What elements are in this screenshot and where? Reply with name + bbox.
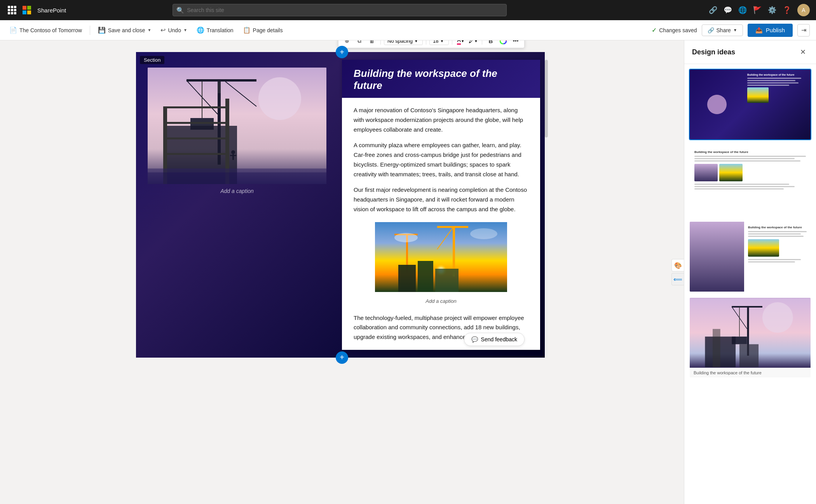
page-tab[interactable]: 📄 The Contoso of Tomorrow <box>6 24 85 36</box>
translation-icon: 🌐 <box>197 26 204 34</box>
text-line-d <box>694 160 800 162</box>
search-bar[interactable]: 🔍 <box>173 4 507 16</box>
save-close-chevron[interactable]: ▼ <box>148 28 152 32</box>
toolbar: 📄 The Contoso of Tomorrow 💾 Save and clo… <box>0 20 816 40</box>
share-btn[interactable]: 🔗 Share ▼ <box>702 24 743 36</box>
more-btn[interactable]: ••• <box>510 40 521 46</box>
undo-label: Undo <box>168 27 181 33</box>
svg-rect-15 <box>163 153 229 155</box>
move-btn[interactable]: ⊕ <box>342 40 352 46</box>
translation-label: Translation <box>207 27 234 33</box>
delete-btn[interactable]: 🗑 <box>366 40 377 46</box>
idea-mini-text-col: Building the workspace of the future <box>744 222 811 292</box>
idea-4-svg <box>690 298 811 368</box>
svg-rect-42 <box>739 344 758 367</box>
save-icon: 💾 <box>98 26 106 34</box>
feedback-icon: 💬 <box>471 336 478 342</box>
idea-card-2[interactable]: Building the workspace of the future <box>689 145 811 216</box>
save-close-btn[interactable]: 💾 Save and close ▼ <box>95 24 155 36</box>
highlight-chevron: ▼ <box>474 40 478 43</box>
text-editor-panel[interactable]: Building the workspace of the future A m… <box>342 60 540 350</box>
inline-image-caption[interactable]: Add a caption <box>354 297 528 305</box>
idea-mini-circle <box>707 95 727 114</box>
text-line <box>747 78 802 79</box>
feedback-icon[interactable]: 💬 <box>724 6 732 14</box>
undo-btn[interactable]: ↩ Undo ▼ <box>157 24 190 36</box>
svg-rect-3 <box>187 79 256 82</box>
text-color-icon: A <box>457 40 460 45</box>
svg-rect-37 <box>732 306 762 308</box>
idea-mini-img-sm-2 <box>719 164 743 181</box>
question-icon[interactable]: ❓ <box>783 6 791 14</box>
color-palette-btn[interactable] <box>498 40 509 46</box>
text-line-d <box>748 231 807 232</box>
idea-preview-3: Building the workspace of the future <box>690 222 811 292</box>
share-icon[interactable]: 🌐 <box>738 6 747 14</box>
fontsize-label: 18 <box>433 40 438 44</box>
search-input[interactable] <box>173 4 507 16</box>
add-section-bottom-btn[interactable]: + <box>336 351 348 364</box>
idea-card-4-label: Building the workspace of the future <box>690 368 811 377</box>
svg-point-32 <box>394 233 418 242</box>
toolbar-right: ✓ Changes saved 🔗 Share ▼ 📤 Publish ⇥ <box>652 24 810 37</box>
panel-header: Design ideas ✕ <box>684 40 816 64</box>
article-para-2: A community plaza where employees can ga… <box>354 141 528 179</box>
idea-mini-content-1: Building the workspace of the future <box>690 70 811 139</box>
copy-btn[interactable]: ⧉ <box>354 40 365 46</box>
idea-mini-bg <box>690 222 744 292</box>
close-panel-btn[interactable]: ✕ <box>797 47 808 57</box>
style-select[interactable]: No spacing ▼ <box>384 40 423 45</box>
idea-mini-img <box>747 87 769 103</box>
page-icon: 📄 <box>9 26 17 34</box>
article-body[interactable]: A major renovation of Contoso's Singapor… <box>342 98 540 350</box>
app-name: SharePoint <box>37 7 66 14</box>
top-nav: SharePoint 🔍 🔗 💬 🌐 🚩 ⚙️ ❓ A <box>0 0 816 20</box>
section-label: Section <box>140 56 164 64</box>
send-feedback-btn[interactable]: 💬 Send feedback <box>464 333 525 346</box>
idea-mini-img-row <box>694 164 806 181</box>
scrollbar-thumb[interactable] <box>545 60 548 137</box>
svg-point-16 <box>231 150 235 154</box>
style-label: No spacing <box>387 40 413 44</box>
idea-card-3[interactable]: Building the workspace of the future <box>689 221 811 292</box>
undo-icon: ↩ <box>160 26 166 34</box>
collapse-panel-btn[interactable]: ⇥ <box>797 24 810 36</box>
idea-mini-left-1 <box>690 70 744 139</box>
inline-image-svg <box>375 222 507 292</box>
idea-mini-title-2: Building the workspace of the future <box>694 150 806 154</box>
user-avatar[interactable]: A <box>797 4 810 16</box>
fontsize-select[interactable]: 18 ▼ <box>429 40 449 45</box>
edge-tab-2[interactable]: ⟸ <box>671 273 684 285</box>
highlight-btn[interactable]: 🖊 ▼ <box>468 40 479 46</box>
inline-image-wrap: Add a caption <box>354 222 528 306</box>
left-column: Add a caption <box>136 52 338 358</box>
save-close-label: Save and close <box>108 27 145 33</box>
left-image-caption[interactable]: Add a caption <box>220 188 254 194</box>
flag-icon[interactable]: 🚩 <box>753 6 762 14</box>
bold-btn[interactable]: B <box>485 40 496 46</box>
text-color-btn[interactable]: A ▼ <box>455 40 466 46</box>
translation-btn[interactable]: 🌐 Translation <box>194 24 237 36</box>
undo-chevron[interactable]: ▼ <box>183 28 187 32</box>
page-details-btn[interactable]: 📋 Page details <box>240 24 286 36</box>
publish-btn[interactable]: 📤 Publish <box>748 24 793 37</box>
idea-card-4[interactable]: Building the workspace of the future <box>689 297 811 378</box>
waffle-icon[interactable] <box>6 4 18 16</box>
idea-card-1[interactable]: Building the workspace of the future <box>689 69 811 140</box>
publish-label: Publish <box>766 27 785 33</box>
design-ideas-panel: Design ideas ✕ Building the workspace of… <box>684 40 816 504</box>
idea-mini-content-2: Building the workspace of the future <box>690 146 811 216</box>
toolbar-divider-1 <box>90 26 90 35</box>
settings-icon[interactable]: ⚙️ <box>768 6 776 14</box>
idea-mini-title-1: Building the workspace of the future <box>747 73 807 76</box>
edge-tab-1[interactable]: 🎨 <box>671 259 684 271</box>
text-line-d <box>748 233 801 235</box>
svg-point-35 <box>762 302 793 333</box>
canvas-wrap: + Section <box>136 52 548 358</box>
scrollbar-track[interactable] <box>545 52 548 358</box>
highlight-icon: 🖊 <box>469 40 474 44</box>
add-section-top-btn[interactable]: + <box>336 46 348 58</box>
svg-rect-18 <box>230 155 236 156</box>
svg-rect-29 <box>418 261 433 292</box>
help-icon[interactable]: 🔗 <box>709 6 717 14</box>
